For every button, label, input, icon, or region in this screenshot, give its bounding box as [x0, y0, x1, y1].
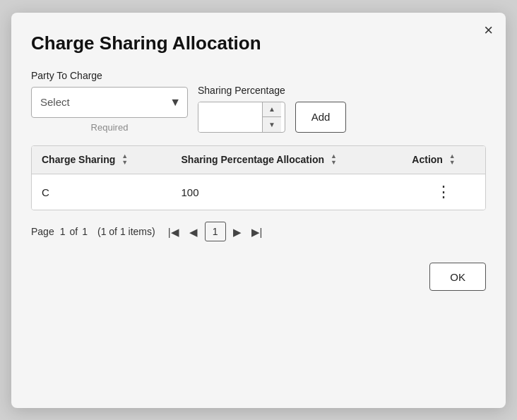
page-label: Page	[31, 226, 54, 237]
first-page-button[interactable]: |◀	[165, 225, 182, 239]
sort-arrows-sharing-pct: ▲▼	[331, 153, 337, 167]
spinner-up-button[interactable]: ▲	[263, 102, 281, 118]
current-page-box: 1	[205, 222, 226, 241]
charge-sharing-table: Charge Sharing ▲▼ Sharing Percentage All…	[32, 146, 485, 210]
close-button[interactable]: ×	[484, 23, 493, 38]
next-page-button[interactable]: ▶	[230, 225, 244, 239]
party-label: Party To Charge	[31, 70, 188, 81]
party-select[interactable]: Select	[31, 87, 188, 118]
party-select-wrapper: Select ▼	[31, 87, 188, 118]
col-sharing-pct: Sharing Percentage Allocation ▲▼	[172, 146, 403, 174]
sharing-percentage-spinner: ▲ ▼	[198, 102, 285, 133]
table-row: C100⋮	[32, 174, 485, 210]
charge-sharing-allocation-dialog: × Charge Sharing Allocation Party To Cha…	[11, 13, 506, 408]
of-label: of	[70, 226, 78, 237]
spinner-buttons: ▲ ▼	[262, 102, 281, 133]
cell-action[interactable]: ⋮	[402, 174, 485, 210]
required-text: Required	[31, 122, 188, 133]
table-body: C100⋮	[32, 174, 485, 210]
prev-page-button[interactable]: ◀	[186, 225, 201, 239]
sharing-percentage-input[interactable]	[198, 102, 262, 133]
add-button[interactable]: Add	[295, 102, 347, 133]
party-to-charge-field: Party To Charge Select ▼ Required	[31, 70, 188, 133]
cell-charge-sharing: C	[32, 174, 172, 210]
sort-arrows-charge-sharing: ▲▼	[121, 153, 128, 167]
pagination-summary: (1 of 1 items)	[97, 226, 155, 237]
col-charge-sharing: Charge Sharing ▲▼	[32, 146, 172, 174]
table-container: Charge Sharing ▲▼ Sharing Percentage All…	[31, 145, 486, 211]
form-row: Party To Charge Select ▼ Required Sharin…	[31, 70, 486, 133]
table-header-row: Charge Sharing ▲▼ Sharing Percentage All…	[32, 146, 485, 174]
sharing-label: Sharing Percentage	[198, 85, 285, 96]
sort-arrows-action: ▲▼	[449, 153, 456, 167]
col-action: Action ▲▼	[402, 146, 485, 174]
ok-button[interactable]: OK	[429, 263, 486, 291]
pagination-total: 1	[82, 226, 88, 237]
spinner-down-button[interactable]: ▼	[263, 117, 281, 133]
dialog-title: Charge Sharing Allocation	[31, 32, 486, 54]
last-page-button[interactable]: ▶|	[249, 225, 266, 239]
pagination: Page 1 of 1 (1 of 1 items) |◀ ◀ 1 ▶ ▶|	[31, 222, 486, 241]
cell-sharing-pct: 100	[172, 174, 403, 210]
footer: OK	[31, 263, 486, 291]
sharing-percentage-field: Sharing Percentage ▲ ▼	[198, 85, 285, 133]
pagination-current: 1	[60, 226, 66, 237]
